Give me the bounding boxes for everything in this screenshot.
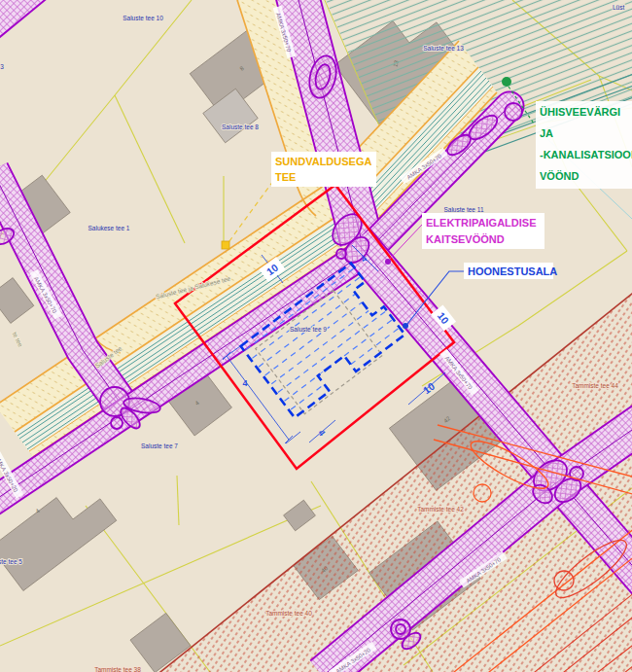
annotation-text: SUNDVALDUSEGA [275, 156, 371, 167]
leader-marker [385, 259, 391, 265]
detail-plan-map-canvas[interactable]: 8 13 4 4 40 42 42 [0, 0, 632, 672]
parcel-label-cut: 3 [0, 63, 4, 70]
dimension-4: 4 [242, 378, 247, 388]
parcel-label: Saluste tee 10 [123, 15, 163, 21]
plan-drawing: 8 13 4 4 40 42 42 [0, 0, 632, 672]
annotation-text: ÜHISVEEVÄRGI [540, 106, 620, 118]
annotation-text: KAITSEVÖÖND [426, 233, 505, 245]
parcel-label: Saluste tee 5 [0, 558, 22, 565]
leader-marker [502, 77, 511, 87]
parcel-label: Tammiste tee 44 [572, 382, 618, 389]
leader-marker [403, 323, 408, 329]
parcel-label: Saluste tee 7 [141, 442, 178, 449]
parcel-label: Tammiste tee 40 [265, 610, 312, 617]
parcel-label: Tammiste tee 38 [94, 666, 141, 672]
parcel-label-cut: Lüst [613, 4, 624, 11]
parcel-label: Salukese tee 1 [88, 225, 129, 231]
annotation-text: HOONESTUSALA [468, 265, 557, 277]
parcel-label: Saluste tee 9 [290, 326, 327, 333]
parcel-label: Tammiste tee 42 [417, 506, 464, 513]
parcel-label: Saluste tee 8 [222, 124, 259, 130]
annotation-text: JA [540, 127, 553, 139]
leader-marker [222, 241, 229, 249]
annotation-text: ELEKTRIPAIGALDISE [426, 217, 536, 229]
annotation-text: VÖÖND [540, 170, 579, 182]
parcel-label: Saluste tee 11 [443, 206, 483, 213]
annotation-text: TEE [275, 171, 296, 183]
parcel-label: Saluste tee 13 [423, 45, 464, 52]
annotation-text: -KANALISATSIOONI [540, 149, 632, 160]
